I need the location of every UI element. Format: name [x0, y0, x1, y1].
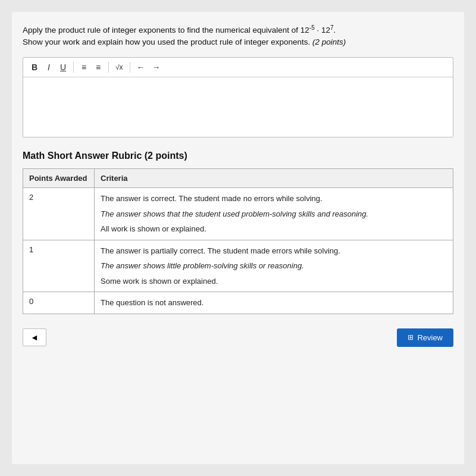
col-header-points: Points Awarded	[23, 169, 95, 188]
table-row: 1The answer is partially correct. The st…	[23, 240, 453, 292]
criteria-line: The question is not answered.	[101, 297, 447, 309]
review-label: Review	[417, 333, 443, 342]
toolbar-divider-1	[73, 62, 74, 73]
points-cell: 1	[23, 240, 95, 292]
back-button[interactable]: ◄	[23, 328, 46, 346]
criteria-line: All work is shown or explained.	[101, 223, 447, 235]
bold-button[interactable]: B	[28, 61, 41, 74]
criteria-line: The answer is correct. The student made …	[101, 193, 447, 205]
criteria-line: The answer is partially correct. The stu…	[101, 245, 447, 257]
criteria-cell: The question is not answered.	[95, 292, 453, 314]
editor-container: B I U ≡ ≡ √x ← →	[23, 57, 453, 137]
table-row: 2The answer is correct. The student made…	[23, 188, 453, 240]
toolbar-divider-3	[130, 62, 130, 73]
sqrt-button[interactable]: √x	[112, 61, 126, 73]
math-base2: 12	[321, 26, 330, 35]
toolbar-divider-2	[108, 62, 109, 73]
math-dot: ·	[315, 26, 321, 35]
rubric-table: Points Awarded Criteria 2The answer is c…	[23, 168, 453, 314]
question-text-part2: .	[334, 26, 336, 35]
align-left-button[interactable]: ≡	[77, 61, 90, 74]
question-line2: Show your work and explain how you used …	[23, 37, 310, 46]
align-right-button[interactable]: ≡	[92, 61, 105, 74]
italic-button[interactable]: I	[42, 61, 55, 74]
question-text: Apply the product rule of integer expone…	[23, 23, 453, 49]
rubric-title: Math Short Answer Rubric (2 points)	[23, 151, 453, 161]
criteria-cell: The answer is partially correct. The stu…	[95, 240, 453, 292]
underline-button[interactable]: U	[57, 61, 70, 74]
criteria-line: The answer shows little problem-solving …	[101, 260, 447, 272]
redo-button[interactable]: →	[149, 61, 164, 74]
criteria-line: The answer shows that the student used p…	[101, 208, 447, 220]
table-row: 0The question is not answered.	[23, 292, 453, 314]
criteria-line: Some work is shown or explained.	[101, 275, 447, 287]
review-button[interactable]: ⊞ Review	[397, 328, 453, 347]
undo-button[interactable]: ←	[134, 61, 148, 74]
col-header-criteria: Criteria	[95, 169, 453, 188]
question-points: (2 points)	[312, 37, 346, 46]
criteria-cell: The answer is correct. The student made …	[95, 188, 453, 240]
math-exp1: -5	[309, 24, 315, 30]
table-header-row: Points Awarded Criteria	[23, 169, 453, 188]
points-cell: 0	[23, 292, 95, 314]
question-text-part1: Apply the product rule of integer expone…	[23, 26, 300, 35]
editor-toolbar: B I U ≡ ≡ √x ← →	[23, 58, 453, 77]
math-base1: 12	[300, 26, 309, 35]
points-cell: 2	[23, 188, 95, 240]
answer-input[interactable]	[23, 77, 453, 137]
bottom-bar: ◄ ⊞ Review	[23, 328, 453, 347]
review-icon: ⊞	[408, 333, 414, 342]
question-line1: Apply the product rule of integer expone…	[23, 26, 336, 35]
page-container: Apply the product rule of integer expone…	[12, 12, 464, 464]
